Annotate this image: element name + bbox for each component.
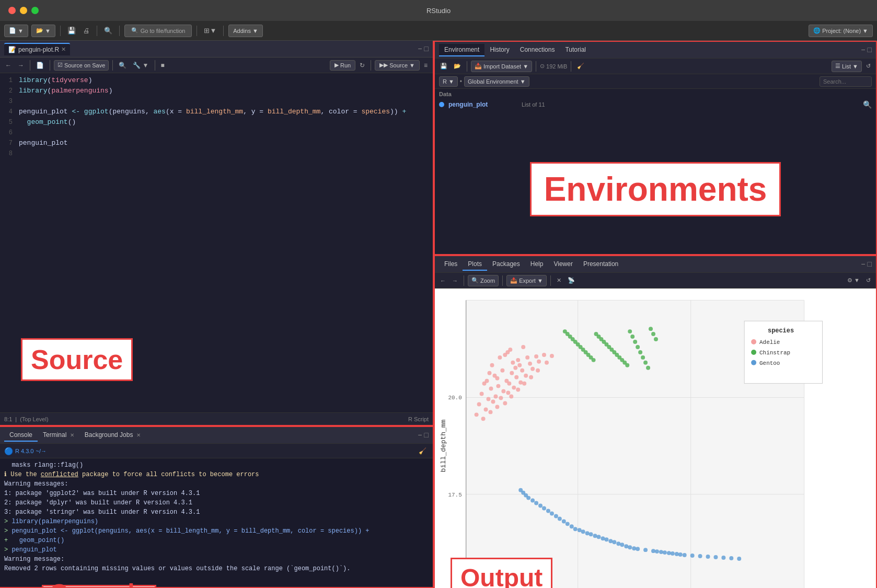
clear-console-button[interactable]: 🧹 — [417, 446, 429, 456]
svg-point-31 — [489, 387, 493, 391]
search-code-button[interactable]: 🔍 — [117, 61, 129, 70]
code-line-2: 2 library(palmerpenguins) — [0, 86, 433, 96]
output-tab-files[interactable]: Files — [439, 258, 463, 271]
console-tab-console[interactable]: Console — [4, 429, 38, 442]
source-on-save-button[interactable]: ☑ Source on Save — [54, 60, 109, 71]
stop-button[interactable]: ■ — [159, 61, 167, 70]
env-maximize-icon[interactable]: □ — [868, 46, 872, 54]
output-tab-viewer[interactable]: Viewer — [548, 258, 578, 271]
new-file-dropdown-icon: ▼ — [18, 28, 24, 34]
delete-plot-button[interactable]: ✕ — [555, 275, 563, 286]
output-maximize-icon[interactable]: □ — [868, 260, 872, 269]
export-button[interactable]: 📤 Export ▼ — [506, 275, 547, 286]
run-button[interactable]: ▶ Run — [330, 60, 355, 71]
global-env-dropdown[interactable]: Global Environment ▼ — [464, 76, 529, 87]
save-button[interactable]: 💾 — [65, 26, 78, 36]
re-run-button[interactable]: ↻ — [357, 61, 367, 70]
svg-point-116 — [612, 540, 616, 544]
plot-refresh-button[interactable]: ↺ — [864, 275, 873, 286]
source-tab-close[interactable]: ✕ — [61, 46, 66, 53]
svg-point-125 — [562, 519, 566, 523]
console-maximize-icon[interactable]: □ — [424, 431, 429, 440]
env-search-input[interactable] — [820, 76, 872, 87]
svg-point-110 — [566, 522, 570, 526]
sep-e1 — [30, 60, 30, 71]
fullscreen-button[interactable] — [31, 7, 39, 14]
clear-env-button[interactable]: 🧹 — [575, 61, 586, 72]
source-dropdown-button[interactable]: ▶▶ Source ▼ — [375, 60, 420, 71]
show-in-new-window-button[interactable]: 📄 — [34, 61, 46, 70]
forward-button[interactable]: → — [16, 61, 26, 70]
source-tab-label: penguin-plot.R — [18, 46, 59, 53]
find-button[interactable]: 🔍 — [102, 26, 114, 36]
separator-4 — [197, 26, 197, 36]
open-file-button[interactable]: 📂 ▼ — [31, 25, 55, 37]
env-save-button[interactable]: 💾 — [438, 61, 449, 72]
bg-jobs-tab-close[interactable]: ✕ — [136, 432, 141, 438]
source-btn-icon: ▶▶ — [379, 62, 388, 68]
project-button[interactable]: 🌐 Project: (None) ▼ — [809, 25, 873, 37]
output-minimize-icon[interactable]: − — [861, 260, 865, 269]
minimize-button[interactable] — [20, 7, 27, 14]
plot-forward-button[interactable]: → — [450, 275, 460, 286]
env-item-penguin-plot[interactable]: penguin_plot List of 11 🔍 — [435, 99, 876, 110]
options-button[interactable]: ⊞ ▼ — [202, 26, 218, 36]
output-tab-presentation[interactable]: Presentation — [578, 258, 624, 271]
import-icon: 📥 — [475, 63, 482, 70]
back-button[interactable]: ← — [3, 61, 14, 70]
output-overlay-label: Output — [451, 558, 552, 588]
plot-options-button[interactable]: ⚙ ▼ — [845, 275, 862, 286]
options-dropdown-icon: ▼ — [210, 27, 216, 34]
svg-point-134 — [632, 546, 636, 550]
dot-separator: • — [460, 78, 462, 85]
import-dataset-button[interactable]: 📥 Import Dataset ▼ — [471, 61, 532, 72]
env-item-search-icon[interactable]: 🔍 — [863, 100, 872, 109]
list-view-button[interactable]: ☰ List ▼ — [832, 61, 862, 72]
code-tools-button[interactable]: 🔧 ▼ — [131, 61, 151, 70]
svg-point-39 — [493, 395, 498, 399]
plot-back-button[interactable]: ← — [438, 275, 448, 286]
code-line-8: 8 — [0, 148, 433, 159]
console-output[interactable]: masks rlang::flag() ℹ Use the conflicted… — [0, 458, 433, 587]
code-editor[interactable]: 1 library(tidyverse) 2 library(palmerpen… — [0, 73, 433, 412]
svg-point-130 — [601, 536, 605, 540]
r-dropdown[interactable]: R ▼ — [439, 76, 458, 87]
svg-point-57 — [475, 412, 479, 417]
source-maximize-icon[interactable]: □ — [424, 45, 429, 53]
grid-icon: ⊞ — [204, 27, 210, 34]
console-tab-terminal[interactable]: Terminal ✕ — [38, 429, 79, 442]
zoom-button[interactable]: 🔍 Zoom — [468, 275, 499, 286]
svg-point-40 — [501, 389, 505, 394]
env-minimize-icon[interactable]: − — [861, 46, 865, 54]
console-line-6: 3: package 'stringr' was built under R v… — [4, 508, 429, 517]
source-tab[interactable]: 📝 penguin-plot.R ✕ — [4, 43, 70, 55]
list-icon: ☰ — [835, 63, 840, 70]
close-button[interactable] — [8, 7, 16, 14]
console-tab-background-jobs[interactable]: Background Jobs ✕ — [79, 429, 146, 442]
publish-button[interactable]: 📡 — [566, 275, 577, 286]
editor-options-button[interactable]: ≡ — [422, 61, 430, 70]
print-button[interactable]: 🖨 — [81, 26, 92, 36]
addins-button[interactable]: Addins ▼ — [228, 25, 263, 37]
output-tab-help[interactable]: Help — [525, 258, 549, 271]
go-to-file-input[interactable]: 🔍 Go to file/function — [124, 25, 192, 37]
console-line-7: > library(palmerpenguins) — [4, 517, 429, 526]
env-tab-history[interactable]: History — [484, 44, 514, 56]
output-tab-packages[interactable]: Packages — [487, 258, 525, 271]
svg-point-20 — [511, 361, 515, 365]
legend-adelie-dot — [751, 339, 756, 344]
project-dropdown-icon: ▼ — [862, 28, 868, 34]
r-file-icon: 📝 — [8, 46, 16, 53]
global-env-dropdown-icon: ▼ — [520, 78, 526, 85]
env-open-button[interactable]: 📂 — [452, 61, 463, 72]
source-minimize-icon[interactable]: − — [418, 45, 422, 53]
env-tab-connections[interactable]: Connections — [515, 44, 560, 56]
env-tab-environment[interactable]: Environment — [439, 44, 484, 56]
new-file-button[interactable]: 📄 ▼ — [4, 25, 28, 37]
env-tab-tutorial[interactable]: Tutorial — [560, 44, 591, 56]
svg-point-36 — [525, 355, 529, 360]
terminal-tab-close[interactable]: ✕ — [70, 432, 74, 438]
console-minimize-icon[interactable]: − — [418, 431, 422, 440]
output-tab-plots[interactable]: Plots — [463, 258, 487, 271]
env-refresh-button[interactable]: ↺ — [864, 61, 873, 72]
